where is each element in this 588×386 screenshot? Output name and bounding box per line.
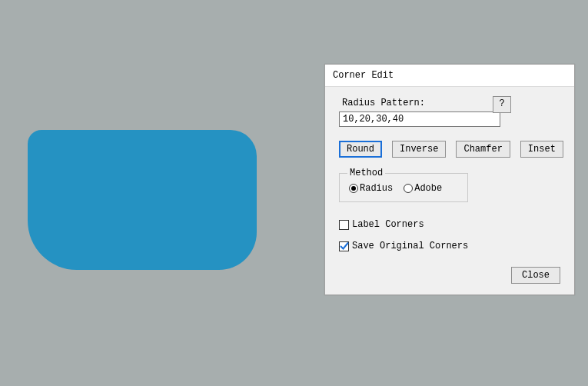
radio-icon (404, 184, 413, 193)
method-radio-row: Radius Adobe (349, 183, 458, 194)
save-original-text: Save Original Corners (352, 241, 468, 251)
checkbox-icon (339, 241, 349, 251)
method-radius-label: Radius (360, 183, 393, 194)
chamfer-button[interactable]: Chamfer (456, 141, 510, 158)
dialog-footer: Close (339, 267, 560, 284)
method-radius-radio[interactable]: Radius (349, 183, 393, 194)
dialog-body: Radius Pattern: ? Round Inverse Chamfer … (325, 87, 574, 294)
checkbox-icon (339, 220, 349, 230)
inverse-button[interactable]: Inverse (392, 141, 446, 158)
help-button[interactable]: ? (493, 96, 511, 113)
label-corners-checkbox[interactable]: Label Corners (339, 219, 560, 230)
dialog-title: Corner Edit (325, 65, 574, 87)
radio-icon (349, 184, 358, 193)
method-legend: Method (347, 168, 385, 178)
radius-pattern-label: Radius Pattern: (339, 98, 560, 108)
corner-preview-shape (28, 130, 257, 270)
radius-pattern-input[interactable] (339, 111, 500, 127)
corner-edit-dialog: Corner Edit Radius Pattern: ? Round Inve… (324, 64, 575, 295)
method-adobe-radio[interactable]: Adobe (404, 183, 442, 194)
method-adobe-label: Adobe (414, 183, 442, 194)
inset-button[interactable]: Inset (520, 141, 563, 158)
method-groupbox: Method Radius Adobe (339, 173, 468, 202)
label-corners-text: Label Corners (352, 219, 424, 230)
close-button[interactable]: Close (511, 267, 560, 284)
round-button[interactable]: Round (339, 141, 382, 158)
corner-type-row: Round Inverse Chamfer Inset (339, 141, 560, 158)
save-original-checkbox[interactable]: Save Original Corners (339, 241, 560, 251)
